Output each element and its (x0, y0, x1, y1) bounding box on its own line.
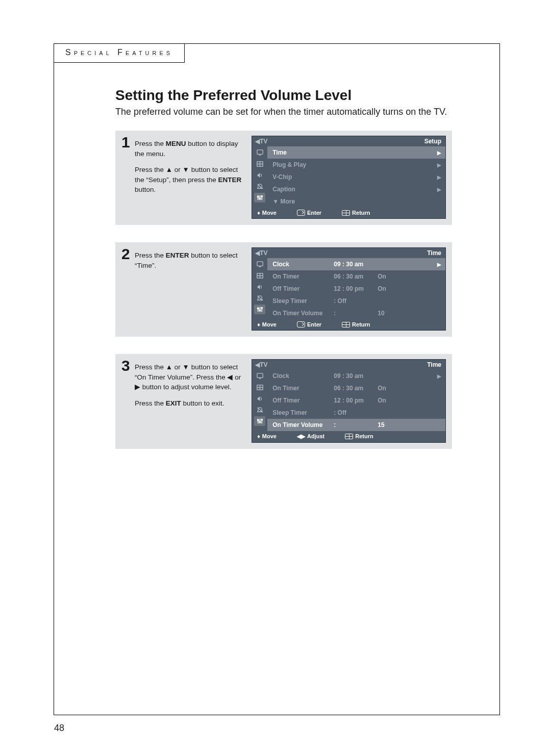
menu-item-label: V-Chip (272, 173, 334, 181)
step-instructions: Press the MENU button to display the men… (135, 136, 252, 201)
menu-item-label: On Timer (272, 385, 334, 392)
lead-paragraph: The preferred volume can be set for when… (115, 107, 479, 117)
menu-item-state: 15 (378, 421, 398, 429)
menu-item-label: On Timer (272, 273, 334, 280)
menu-item-label: Plug & Play (272, 161, 334, 168)
osd-body: Clock09 : 30 am▶On Timer06 : 30 amOnOff … (252, 370, 445, 431)
step-block: 1Press the MENU button to display the me… (115, 131, 452, 225)
menu-item-arrow-icon: ▶ (398, 373, 441, 379)
osd-source-label: TV (255, 361, 267, 368)
svg-point-14 (261, 419, 263, 420)
osd-footer: ♦MoveEnterReturn (252, 319, 445, 330)
osd-menu-list: Clock09 : 30 am▶On Timer06 : 30 amOnOff … (267, 258, 445, 319)
mute-icon (254, 182, 265, 191)
menu-item-label: Off Timer (272, 397, 334, 404)
steps-list: 1Press the MENU button to display the me… (115, 131, 479, 449)
osd-icon-column (252, 258, 267, 319)
svg-point-2 (257, 196, 259, 197)
step-block: 2Press the ENTER button to select “Time”… (115, 242, 452, 337)
osd-menu-item: Off Timer12 : 00 pmOn (267, 394, 445, 407)
speaker-icon (254, 394, 265, 404)
menu-item-label: Off Timer (272, 285, 334, 292)
step-number: 2 (121, 246, 135, 262)
menu-item-arrow-icon: ▶ (398, 162, 441, 168)
osd-menu-title: Time (427, 249, 441, 257)
enter-icon (297, 321, 305, 327)
menu-item-value: 09 : 30 am (334, 372, 378, 380)
screen-icon (254, 371, 265, 381)
section-tab: Special Features (54, 43, 185, 63)
osd-body: Clock09 : 30 am▶On Timer06 : 30 amOnOff … (252, 258, 445, 319)
menu-item-arrow-icon: ▶ (398, 150, 441, 156)
svg-point-8 (259, 310, 261, 311)
mute-icon (254, 405, 265, 415)
menu-item-label: On Timer Volume (272, 421, 334, 429)
svg-point-9 (261, 307, 263, 309)
step-number: 1 (121, 135, 135, 150)
footer-hint-return: Return (342, 210, 370, 216)
menu-item-value: 09 : 30 am (334, 261, 378, 268)
speaker-icon (254, 170, 265, 180)
instruction-paragraph: Press the MENU button to display the men… (135, 139, 245, 159)
sliders-icon (254, 416, 265, 426)
return-icon (345, 434, 353, 439)
osd-menu-item: Sleep Timer: Off (267, 295, 445, 307)
menu-item-state: On (378, 273, 398, 280)
osd-menu-title: Time (427, 361, 441, 368)
return-icon (342, 210, 350, 216)
osd-screenshot: TVSetupTime▶Plug & Play▶V-Chip▶Caption▶▼… (252, 136, 446, 219)
content-area: Setting the Preferred Volume Level The p… (115, 87, 479, 466)
osd-icon-column (252, 370, 267, 431)
sliders-icon (254, 305, 265, 314)
menu-item-label: Clock (272, 261, 334, 268)
footer-hint-adjust: ◀▶Adjust (297, 433, 324, 440)
menu-item-label: Sleep Timer (272, 297, 334, 305)
menu-item-arrow-icon: ▶ (398, 187, 441, 192)
osd-footer: ♦Move◀▶AdjustReturn (252, 431, 445, 442)
grid-icon (254, 159, 265, 169)
osd-footer: ♦MoveEnterReturn (252, 208, 445, 218)
page-number: 48 (54, 723, 64, 734)
osd-header: TVTime (252, 360, 445, 370)
menu-item-value: : Off (334, 409, 378, 416)
footer-hint-move: ♦Move (257, 321, 277, 327)
footer-hint-move: ♦Move (257, 433, 277, 440)
enter-icon (297, 210, 305, 216)
menu-item-value: : Off (334, 297, 378, 305)
menu-item-label: Clock (272, 372, 334, 380)
svg-rect-10 (257, 373, 263, 377)
osd-icon-column (252, 146, 267, 208)
grid-icon (254, 271, 265, 281)
menu-item-value: : (334, 421, 378, 429)
grid-icon (254, 383, 265, 392)
osd-menu-item: On Timer Volume:15 (267, 419, 445, 431)
menu-item-state: On (378, 285, 398, 292)
page-frame: Special Features Setting the Preferred V… (54, 43, 500, 715)
osd-menu-item: Off Timer12 : 00 pmOn (267, 283, 445, 295)
svg-point-3 (259, 198, 261, 199)
menu-item-value: : (334, 310, 378, 317)
osd-source-label: TV (255, 249, 267, 257)
menu-item-state: On (378, 385, 398, 392)
osd-menu-list: Clock09 : 30 am▶On Timer06 : 30 amOnOff … (267, 370, 445, 431)
svg-point-4 (261, 195, 263, 197)
menu-item-value: 06 : 30 am (334, 273, 378, 280)
osd-menu-title: Setup (424, 138, 441, 145)
osd-menu-item: On Timer06 : 30 amOn (267, 270, 445, 283)
menu-item-label: On Timer Volume (272, 310, 334, 317)
step-instructions: Press the ENTER button to select “Time”. (135, 247, 252, 276)
footer-hint-return: Return (342, 321, 370, 327)
osd-menu-item: ▼ More (267, 195, 445, 208)
step-instructions: Press the ▲ or ▼ button to select “On Ti… (135, 359, 252, 414)
osd-menu-item: Clock09 : 30 am▶ (267, 258, 445, 270)
osd-menu-list: Time▶Plug & Play▶V-Chip▶Caption▶▼ More (267, 146, 445, 208)
step-number: 3 (121, 358, 135, 373)
osd-screenshot: TVTimeClock09 : 30 am▶On Timer06 : 30 am… (252, 359, 446, 443)
svg-rect-0 (257, 150, 263, 154)
page-title: Setting the Preferred Volume Level (115, 87, 479, 104)
menu-item-label: Caption (272, 186, 334, 193)
menu-item-state: On (378, 397, 398, 404)
footer-hint-enter: Enter (297, 210, 321, 216)
instruction-paragraph: Press the EXIT button to exit. (135, 398, 245, 409)
instruction-paragraph: Press the ▲ or ▼ button to select “On Ti… (135, 362, 245, 392)
